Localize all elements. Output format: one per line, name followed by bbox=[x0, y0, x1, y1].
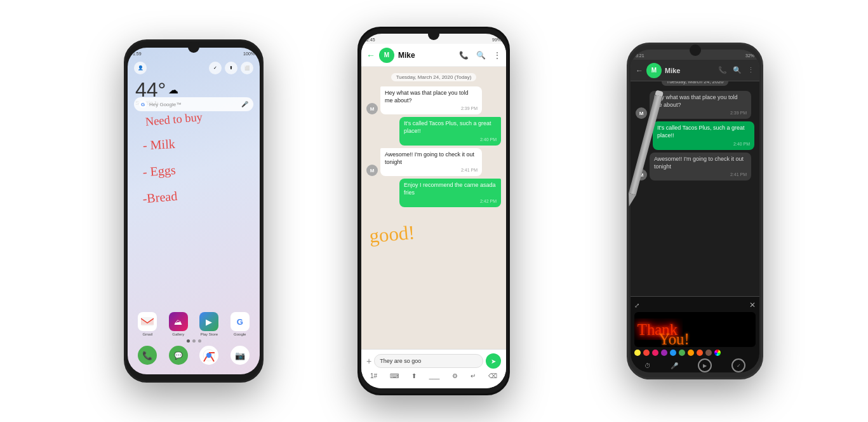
search-icon-middle[interactable]: 🔍 bbox=[476, 51, 486, 60]
app-gallery-label: Gallery bbox=[172, 332, 184, 336]
color-pink[interactable] bbox=[652, 350, 658, 356]
color-purple[interactable] bbox=[661, 350, 667, 356]
expand-icon[interactable]: ⤢ bbox=[634, 302, 639, 309]
check-button[interactable]: ✓ bbox=[731, 358, 745, 372]
color-orange[interactable] bbox=[688, 350, 694, 356]
time-right: 3:21 bbox=[636, 53, 644, 58]
phone-left-screen: 1:59 100% 👤 ✓ ⬆ ⬜ 44° ☁ Seattle bbox=[128, 48, 260, 374]
scene: 1:59 100% 👤 ✓ ⬆ ⬜ 44° ☁ Seattle bbox=[0, 0, 868, 422]
dock-phone[interactable]: 📞 bbox=[134, 346, 161, 365]
contact-avatar-right: M bbox=[646, 63, 662, 78]
svg-text:good!: good! bbox=[368, 222, 416, 247]
dot-1 bbox=[187, 339, 190, 343]
battery-left: 100% bbox=[243, 51, 255, 56]
dock: 📞 💬 📷 bbox=[134, 346, 253, 365]
enter-icon[interactable]: ↵ bbox=[471, 372, 476, 379]
settings-icon[interactable]: ✓ bbox=[209, 62, 222, 74]
msg-3-bubble: Awesome!! I'm going to check it out toni… bbox=[380, 148, 482, 176]
app-playstore[interactable]: ▶ Play Store bbox=[196, 312, 223, 336]
msg-4: Enjoy I recommend the carne asada fries … bbox=[366, 179, 501, 207]
call-icon-middle[interactable]: 📞 bbox=[459, 51, 469, 60]
keyboard-icons-row: 1# ⌨ ⬆ ___ ⚙ ↵ ⌫ bbox=[361, 372, 506, 382]
neon-top-bar: ⤢ ✕ bbox=[634, 301, 756, 310]
keyboard-icon[interactable]: ⌨ bbox=[390, 372, 399, 379]
msg-1-text: Hey what was that place you told me abou… bbox=[385, 90, 469, 104]
more-icon-right[interactable]: ⋮ bbox=[747, 66, 754, 74]
date-divider-middle: Tuesday, March 24, 2020 (Today) bbox=[391, 73, 477, 81]
msg-r3-time: 2:41 PM bbox=[654, 172, 747, 177]
notch-middle bbox=[428, 29, 439, 40]
app-grid: Gmail ⛰ Gallery ▶ Play Store G bbox=[134, 312, 253, 336]
msg-4-text: Enjoy I recommend the carne asada fries bbox=[404, 182, 496, 196]
handwriting-svg: Need to buy - Milk - Eggs -Bread bbox=[140, 105, 247, 232]
settings-icon-kbd[interactable]: ⚙ bbox=[452, 372, 458, 379]
color-palette bbox=[634, 350, 756, 356]
msg-1: M Hey what was that place you told me ab… bbox=[366, 86, 501, 114]
backspace-icon[interactable]: ⌫ bbox=[488, 372, 497, 379]
svg-text:You!: You! bbox=[658, 330, 690, 347]
neon-tools: ⏱ 🎤 ▶ ✓ bbox=[634, 358, 756, 372]
plus-icon[interactable]: + bbox=[366, 356, 371, 366]
msg-1-time: 2:39 PM bbox=[385, 106, 477, 111]
msg-3-avatar: M bbox=[366, 165, 378, 176]
color-deep-orange[interactable] bbox=[697, 350, 703, 356]
call-icon-right[interactable]: 📞 bbox=[718, 66, 727, 74]
input-row: + They are so goo ➤ bbox=[361, 350, 506, 372]
msg-r1-avatar: M bbox=[636, 107, 647, 119]
msg-r3: M Awesome!! I'm going to check it out to… bbox=[636, 153, 754, 180]
color-blue[interactable] bbox=[670, 350, 676, 356]
chat-handwriting-area: good! bbox=[366, 216, 501, 248]
timer-icon[interactable]: ⏱ bbox=[644, 362, 651, 369]
neon-canvas: ⤢ ✕ Thank You! bbox=[631, 296, 759, 372]
msg-3-text: Awesome!! I'm going to check it out toni… bbox=[385, 151, 474, 165]
cloud-icon: ☁ bbox=[168, 84, 178, 96]
chat-area-middle: Tuesday, March 24, 2020 (Today) M Hey wh… bbox=[361, 67, 506, 349]
color-brown[interactable] bbox=[705, 350, 712, 356]
dock-camera[interactable]: 📷 bbox=[227, 346, 254, 365]
time-middle: 2:45 bbox=[366, 37, 375, 42]
mic-icon-neon[interactable]: 🎤 bbox=[671, 362, 678, 369]
spacebar-icon[interactable]: ___ bbox=[429, 372, 440, 379]
phone-left: 1:59 100% 👤 ✓ ⬆ ⬜ 44° ☁ Seattle bbox=[124, 39, 264, 383]
send-button[interactable]: ➤ bbox=[486, 353, 501, 369]
dock-chrome[interactable] bbox=[196, 346, 223, 365]
app-playstore-label: Play Store bbox=[200, 332, 218, 336]
app-google[interactable]: G Google bbox=[227, 312, 254, 336]
chat-area-right: Tuesday, March 24, 2020 M Hey what was t… bbox=[631, 71, 759, 296]
msg-r1-time: 2:39 PM bbox=[654, 110, 747, 116]
share-icon[interactable]: ⬆ bbox=[411, 372, 417, 379]
time-left: 1:59 bbox=[133, 51, 142, 56]
color-red[interactable] bbox=[643, 350, 650, 356]
screen-icon[interactable]: ⬜ bbox=[241, 62, 253, 74]
share-icon[interactable]: ⬆ bbox=[225, 62, 237, 74]
msg-r1-bubble: Hey what was that place you told me abou… bbox=[650, 91, 751, 119]
color-yellow[interactable] bbox=[634, 350, 641, 356]
close-icon[interactable]: ✕ bbox=[749, 301, 756, 310]
chat-handwriting-svg: good! bbox=[366, 216, 436, 251]
app-google-label: Google bbox=[234, 332, 246, 336]
keyboard-area-middle: + They are so goo ➤ 1# ⌨ ⬆ ___ ⚙ ↵ ⌫ bbox=[361, 349, 506, 388]
input-box[interactable]: They are so goo bbox=[374, 354, 483, 368]
app-gallery[interactable]: ⛰ Gallery bbox=[165, 312, 192, 336]
color-green[interactable] bbox=[679, 350, 685, 356]
msg-2-time: 2:40 PM bbox=[404, 137, 497, 142]
dock-messages[interactable]: 💬 bbox=[165, 346, 192, 365]
more-icon-middle[interactable]: ⋮ bbox=[493, 51, 501, 60]
search-icon-right[interactable]: 🔍 bbox=[733, 66, 742, 74]
contact-avatar-middle: M bbox=[379, 48, 394, 63]
dot-3 bbox=[198, 339, 201, 343]
contact-name-right: Mike bbox=[665, 67, 712, 74]
back-arrow-icon[interactable]: ← bbox=[366, 50, 375, 60]
app-gmail-label: Gmail bbox=[142, 332, 152, 336]
back-arrow-icon-right[interactable]: ← bbox=[636, 66, 643, 75]
num-icon[interactable]: 1# bbox=[370, 372, 377, 379]
app-gmail[interactable]: Gmail bbox=[134, 312, 161, 336]
color-rainbow[interactable] bbox=[714, 350, 721, 356]
avatar-icon[interactable]: 👤 bbox=[134, 62, 147, 74]
play-button[interactable]: ▶ bbox=[698, 358, 712, 372]
msg-4-bubble: Enjoy I recommend the carne asada fries … bbox=[399, 179, 501, 207]
wa-header-middle: ← M Mike 📞 🔍 ⋮ bbox=[361, 44, 506, 67]
msg-r1-text: Hey what was that place you told me abou… bbox=[654, 94, 738, 108]
msg-r2-text: It's called Tacos Plus, such a great pla… bbox=[657, 125, 745, 139]
handwriting-area: Need to buy - Milk - Eggs -Bread bbox=[140, 105, 247, 235]
